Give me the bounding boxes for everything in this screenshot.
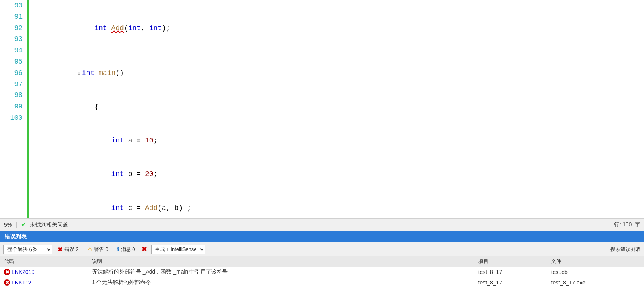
status-no-issues: 未找到相关问题 (30, 221, 68, 228)
line-num-96: 96 (8, 68, 23, 79)
error-panel-title: 错误列表 (5, 233, 27, 240)
code-text: { (35, 90, 99, 124)
warn-count: 警告 0 (94, 246, 108, 253)
col-header-code: 代码 (0, 256, 88, 267)
status-zoom[interactable]: 5% (4, 222, 12, 228)
code-line-94[interactable]: { (35, 90, 644, 124)
status-bar: 5% | ✔ 未找到相关问题 行: 100 字 (0, 218, 644, 231)
build-select-wrapper: 生成 + IntelliSense (151, 245, 205, 254)
error-code: LNK1120 (12, 279, 34, 286)
code-text: ⊟int main() (35, 56, 124, 90)
error-toolbar: 整个解决方案 ✖ 错误 2 ⚠ 警告 0 ℹ 消息 0 ✖ 生成 + Intel… (0, 242, 644, 256)
error-code-cell: ✖ LNK2019 (0, 267, 88, 277)
status-position: 行: 100 字 (614, 221, 640, 228)
error-code-cell: ✖ LNK1120 (0, 277, 88, 288)
line-num-100: 100 (8, 112, 23, 124)
table-row[interactable]: ✖ LNK2019 无法解析的外部符号 _Add，函数 _main 中引用了该符… (0, 267, 644, 277)
error-project-cell: test_8_17 (474, 267, 547, 277)
error-desc-cell: 无法解析的外部符号 _Add，函数 _main 中引用了该符号 (88, 267, 474, 277)
info-filter-button[interactable]: ℹ 消息 0 (114, 245, 138, 254)
code-text (35, 45, 40, 56)
error-file-cell: test_8_17.exe (547, 277, 644, 288)
error-panel: 错误列表 整个解决方案 ✖ 错误 2 ⚠ 警告 0 ℹ 消息 0 ✖ 生成 + … (0, 231, 644, 288)
line-num-97: 97 (8, 79, 23, 90)
line-num-90: 90 (8, 0, 23, 11)
warning-icon: ⚠ (87, 246, 92, 253)
code-text: int b = 20; (35, 158, 157, 191)
status-ok-icon: ✔ (21, 221, 26, 228)
error-icon: ✖ (58, 246, 63, 253)
line-numbers: 90 91 92 93 94 95 96 97 98 99 100 (0, 0, 27, 218)
line-num-98: 98 (8, 90, 23, 101)
code-line-91[interactable]: int Add(int, int); (35, 11, 644, 45)
code-line-90[interactable] (35, 0, 644, 11)
table-header-row: 代码 说明 项目 文件 (0, 256, 644, 267)
info-count: 消息 0 (121, 246, 135, 253)
code-text: int c = Add(a, b) ; (35, 191, 191, 218)
scope-select[interactable]: 整个解决方案 (3, 245, 52, 254)
error-project-cell: test_8_17 (474, 277, 547, 288)
line-num-91: 91 (8, 11, 23, 23)
info-icon: ℹ (117, 246, 119, 253)
error-count: 错误 2 (64, 246, 79, 253)
line-num-94: 94 (8, 45, 23, 56)
error-filter-button[interactable]: ✖ 错误 2 (55, 245, 82, 254)
error-row-icon: ✖ (4, 269, 10, 275)
col-header-project: 项目 (474, 256, 547, 267)
search-errors-label: 搜索错误列表 (610, 246, 641, 253)
code-text: int a = 10; (35, 124, 157, 157)
x-filter-icon[interactable]: ✖ (142, 245, 147, 253)
table-row[interactable]: ✖ LNK1120 1 个无法解析的外部命令 test_8_17 test_8_… (0, 277, 644, 288)
fold-icon[interactable]: ⊟ (78, 71, 81, 76)
error-desc-cell: 1 个无法解析的外部命令 (88, 277, 474, 288)
code-line-96[interactable]: int b = 20; (35, 158, 644, 191)
error-panel-header: 错误列表 (0, 231, 644, 242)
code-text (35, 0, 40, 11)
line-num-99: 99 (8, 101, 23, 112)
code-line-92[interactable] (35, 45, 644, 56)
build-select[interactable]: 生成 + IntelliSense (151, 245, 205, 254)
col-header-file: 文件 (547, 256, 644, 267)
error-code: LNK2019 (12, 269, 34, 275)
code-line-95[interactable]: int a = 10; (35, 124, 644, 157)
code-editor[interactable]: 90 91 92 93 94 95 96 97 98 99 100 int Ad… (0, 0, 644, 218)
error-row-icon: ✖ (4, 279, 10, 286)
code-line-97[interactable]: int c = Add(a, b) ; (35, 191, 644, 218)
error-table: 代码 说明 项目 文件 ✖ LNK2019 无法解析的外部符号 _Add，函数 … (0, 256, 644, 288)
code-text: int Add(int, int); (35, 11, 170, 45)
col-header-desc: 说明 (88, 256, 474, 267)
line-num-93: 93 (8, 34, 23, 45)
code-lines[interactable]: int Add(int, int); ⊟int main() { (29, 0, 644, 218)
status-divider: | (16, 222, 17, 228)
error-file-cell: test.obj (547, 267, 644, 277)
line-num-95: 95 (8, 56, 23, 68)
warn-filter-button[interactable]: ⚠ 警告 0 (84, 245, 111, 254)
line-num-92: 92 (8, 23, 23, 34)
code-line-93[interactable]: ⊟int main() (35, 56, 644, 90)
